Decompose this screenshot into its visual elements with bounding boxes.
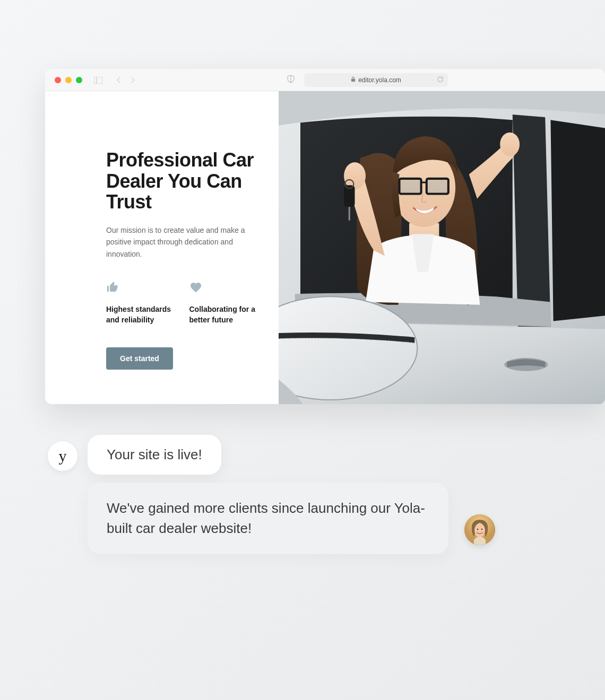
refresh-icon[interactable]: [437, 76, 444, 84]
heart-icon: [189, 281, 202, 294]
yola-avatar: y: [48, 441, 77, 471]
svg-point-5: [500, 133, 520, 156]
user-avatar: [464, 514, 495, 545]
url-bar[interactable]: editor.yola.com: [304, 73, 447, 87]
nav-arrows: [116, 77, 135, 83]
svg-point-22: [481, 529, 482, 530]
feature-text: Highest standards and reliability: [106, 304, 175, 325]
hero-description: Our mission is to create value and make …: [106, 224, 257, 260]
back-button[interactable]: [116, 77, 122, 83]
svg-rect-16: [428, 180, 447, 193]
forward-button[interactable]: [130, 77, 135, 83]
get-started-button[interactable]: Get started: [106, 347, 173, 370]
chat-message-text: Your site is live!: [107, 447, 202, 463]
yola-logo-icon: y: [59, 447, 67, 465]
features-row: Highest standards and reliability Collab…: [106, 281, 257, 325]
thumbs-up-icon: [106, 281, 119, 294]
sidebar-toggle-icon[interactable]: [94, 76, 102, 83]
privacy-shield-icon[interactable]: [287, 75, 295, 85]
chat-bubble-user: We've gained more clients since launchin…: [88, 483, 448, 554]
hero-section: Professional Car Dealer You Can Trust Ou…: [45, 91, 279, 404]
browser-window: editor.yola.com Professional Car Dealer …: [45, 69, 605, 404]
chat-bubble-system: Your site is live!: [88, 435, 221, 475]
close-window-button[interactable]: [55, 77, 61, 83]
svg-point-20: [474, 523, 485, 537]
url-text: editor.yola.com: [358, 76, 401, 84]
svg-rect-2: [351, 79, 355, 82]
feature-text: Collaborating for a better future: [189, 304, 258, 325]
svg-rect-15: [401, 180, 420, 193]
svg-rect-0: [94, 77, 102, 84]
hero-title: Professional Car Dealer You Can Trust: [106, 150, 257, 213]
feature-item: Highest standards and reliability: [106, 281, 175, 325]
lock-icon: [351, 76, 356, 83]
minimize-window-button[interactable]: [65, 77, 72, 83]
page-content: Professional Car Dealer You Can Trust Ou…: [45, 91, 605, 404]
svg-point-21: [477, 529, 478, 530]
hero-image: [279, 91, 605, 404]
feature-item: Collaborating for a better future: [189, 281, 258, 325]
maximize-window-button[interactable]: [76, 77, 82, 83]
browser-toolbar: editor.yola.com: [45, 69, 605, 91]
traffic-lights: [55, 77, 82, 83]
chat-message-text: We've gained more clients since launchin…: [107, 498, 429, 538]
